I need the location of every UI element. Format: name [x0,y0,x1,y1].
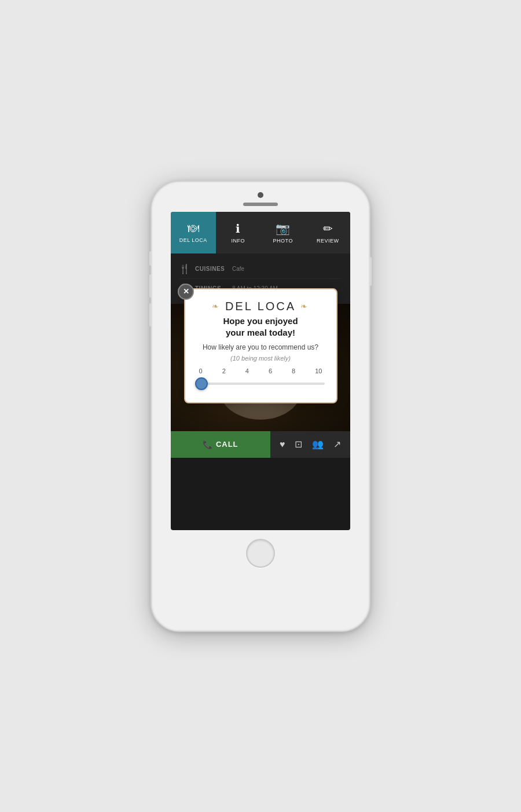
modal-overlay: ✕ ❧ DEL LOCA ❧ Hope you enjoyed your mea… [171,253,350,431]
tab-photo-label: PHOTO [273,238,293,244]
action-icons-bar: ♥ ⊡ 👥 ↗ [270,431,351,458]
info-icon: ℹ [236,222,240,236]
slider-labels: 0 2 4 6 8 10 [197,368,325,374]
call-label: CALL [216,440,239,449]
decoration-left: ❧ [212,302,221,311]
slider-label-8: 8 [292,368,295,374]
close-button[interactable]: ✕ [178,284,194,300]
tab-photo[interactable]: 📷 PHOTO [260,212,306,253]
slider-label-0: 0 [199,368,203,374]
save-icon[interactable]: ⊡ [295,439,302,450]
phone-shell: 🍽 DEL LOCA ℹ INFO 📷 PHOTO ✏ REVIEW 🍴 [151,181,370,632]
card-title: Hope you enjoyed your meal today! [197,315,325,339]
tab-delloca[interactable]: 🍽 DEL LOCA [171,212,216,253]
slider-label-6: 6 [269,368,272,374]
mute-button [149,251,152,266]
rating-card: ❧ DEL LOCA ❧ Hope you enjoyed your meal … [184,288,337,404]
tab-info[interactable]: ℹ INFO [216,212,261,253]
action-bar: 📞 CALL ♥ ⊡ 👥 ↗ [171,431,350,458]
call-icon: 📞 [203,440,212,449]
tab-review-label: REVIEW [317,238,339,244]
app-content: 🍴 CUISINES Cafe 🕐 TIMINGS 8 AM to 12:30 … [171,253,350,431]
title-line1: Hope you enjoyed [223,316,298,326]
home-button[interactable] [246,539,275,568]
decoration-right: ❧ [300,302,309,311]
favorite-icon[interactable]: ♥ [280,439,285,450]
close-icon: ✕ [183,288,189,295]
call-button[interactable]: 📞 CALL [171,431,270,458]
share-icon[interactable]: ↗ [333,439,341,450]
phone-top [152,182,369,212]
app-tab-bar: 🍽 DEL LOCA ℹ INFO 📷 PHOTO ✏ REVIEW [171,212,350,253]
tab-review[interactable]: ✏ REVIEW [306,212,351,253]
tab-delloca-label: DEL LOCA [179,237,207,243]
volume-down-button [149,303,152,326]
speaker-grille [243,203,278,206]
rating-slider-container[interactable] [197,377,325,391]
photo-icon: 📷 [276,222,290,236]
slider-label-2: 2 [222,368,226,374]
slider-track [197,383,325,385]
title-line2: your meal today! [226,328,295,337]
camera-lens [258,192,263,198]
phone-screen: 🍽 DEL LOCA ℹ INFO 📷 PHOTO ✏ REVIEW 🍴 [171,212,350,530]
card-restaurant-name: ❧ DEL LOCA ❧ [197,300,325,313]
phone-bottom [246,530,275,578]
review-icon: ✏ [323,222,333,236]
restaurant-name-text: DEL LOCA [225,300,296,313]
card-hint: (10 being most likely) [197,355,325,362]
slider-thumb[interactable] [195,377,208,390]
tab-info-label: INFO [232,238,245,244]
delloca-icon: 🍽 [188,222,199,235]
volume-up-button [149,274,152,297]
slider-label-4: 4 [245,368,249,374]
people-icon[interactable]: 👥 [312,439,324,450]
slider-label-10: 10 [315,368,322,374]
power-button [369,257,372,286]
card-question: How likely are you to recommend us? [197,343,325,351]
